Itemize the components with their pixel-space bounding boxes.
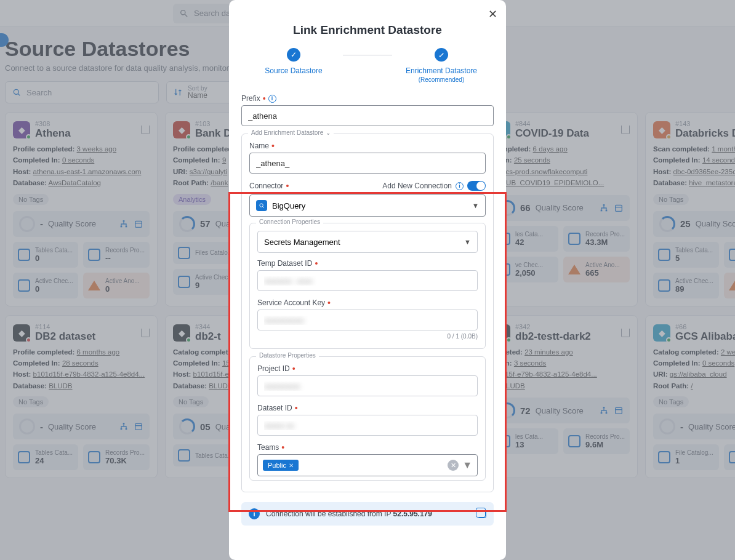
remove-chip-icon[interactable]: ✕ (289, 462, 294, 469)
teams-select[interactable]: Public✕ ✕▼ (257, 454, 478, 476)
info-icon[interactable]: i (268, 95, 276, 103)
file-count: 0 / 1 (0.0B) (257, 333, 478, 340)
add-new-connection-label: Add New Connection (382, 182, 452, 190)
stepper: ✓ Source Datastore Enrichment Datastore … (241, 48, 494, 83)
caret-down-icon: ▼ (464, 238, 471, 246)
teams-label: Teams (257, 443, 279, 452)
close-icon[interactable]: ✕ (488, 7, 497, 21)
add-new-connection-toggle[interactable] (467, 181, 486, 191)
name-input[interactable] (249, 153, 486, 174)
modal-title: Link Enrichment Datastore (241, 23, 494, 37)
step-2-label: Enrichment Datastore (406, 66, 477, 75)
connector-value: BigQuery (272, 201, 305, 210)
caret-down-icon: ▼ (472, 202, 479, 209)
clear-teams-icon[interactable]: ✕ (448, 460, 459, 471)
dataset-id-label: Dataset ID (257, 404, 292, 412)
project-id-label: Project ID (257, 364, 290, 373)
step-2-indicator (435, 48, 448, 62)
dataset-id-input[interactable] (257, 415, 478, 436)
secrets-select[interactable]: Secrets Management▼ (257, 231, 478, 253)
copy-ip-icon[interactable] (478, 510, 486, 518)
bigquery-icon (256, 200, 267, 211)
step-1-label: Source Datastore (265, 66, 322, 75)
chevron-down-icon[interactable]: ⌄ (326, 129, 331, 136)
add-enrichment-legend: Add Enrichment Datastore (251, 129, 323, 136)
temp-dataset-input[interactable] (257, 270, 478, 291)
service-account-key-input[interactable] (257, 310, 478, 330)
caret-down-icon[interactable]: ▼ (462, 460, 472, 471)
project-id-input[interactable] (257, 375, 478, 396)
info-icon: i (249, 508, 260, 519)
step-1-indicator: ✓ (287, 48, 300, 62)
connection-ip-notice: i Connection will be established from IP… (241, 502, 494, 526)
datastore-properties-legend: Datastore Properties (256, 352, 319, 359)
connector-select[interactable]: BigQuery ▼ (249, 194, 486, 217)
connection-properties-legend: Connection Properties (256, 218, 323, 225)
name-label: Name (249, 142, 269, 150)
info-icon[interactable]: i (456, 182, 464, 190)
temp-dataset-label: Temp Dataset ID (257, 259, 312, 268)
link-enrichment-modal: ✕ Link Enrichment Datastore ✓ Source Dat… (229, 0, 506, 560)
prefix-input[interactable] (241, 105, 494, 126)
step-2-hint: (Recommended) (419, 76, 464, 83)
prefix-label: Prefix (241, 94, 260, 103)
team-chip-public[interactable]: Public✕ (263, 460, 299, 471)
service-account-key-label: Service Account Key (257, 298, 325, 307)
connector-label: Connector (249, 182, 283, 190)
